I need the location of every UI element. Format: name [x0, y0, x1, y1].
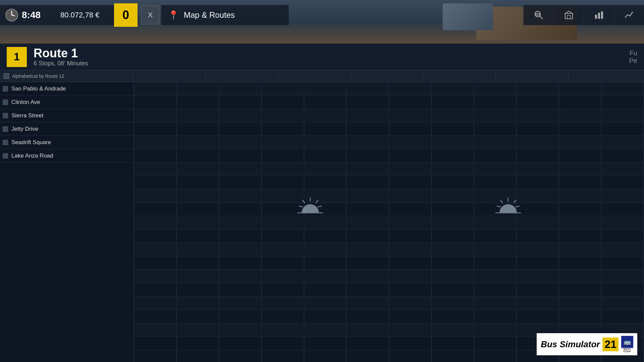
sort-col-1 [133, 70, 205, 82]
svg-line-16 [299, 206, 303, 207]
svg-line-14 [318, 206, 321, 207]
svg-line-22 [497, 206, 500, 207]
grid-row-stripe-10 [134, 216, 644, 230]
stop-name: San Pablo & Andrade [11, 85, 66, 92]
stop-name: Clinton Ave [11, 99, 40, 106]
stats-nav-button[interactable] [584, 5, 614, 25]
route-right-label: FuPe [629, 49, 637, 64]
route-header-right: FuPe [629, 49, 637, 65]
stop-name: Jetty Drive [11, 126, 38, 132]
svg-line-4 [540, 16, 542, 19]
stop-checkbox [3, 113, 8, 118]
sort-col-2 [205, 70, 278, 82]
stop-checkbox [3, 153, 8, 159]
brand-sub: 🚌 NEXT STOP [621, 336, 633, 353]
brand-next: NEXT [624, 348, 631, 350]
svg-rect-10 [598, 13, 600, 19]
brand-simulator: Simulator [559, 339, 600, 349]
stops-list: San Pablo & AndradeClinton AveSierra Str… [0, 82, 134, 362]
svg-rect-9 [595, 15, 597, 19]
chart-nav-icon [624, 10, 634, 20]
svg-rect-11 [601, 11, 603, 19]
stop-checkbox [3, 126, 8, 132]
stop-checkbox [3, 86, 8, 92]
sort-label: Alphabetical by Route 12 [12, 73, 133, 79]
nav-title-block: 📍 Map & Routes [161, 5, 289, 25]
brand-text-block: Bus Simulator [541, 340, 600, 349]
main-panel: 1 Route 1 6 Stops, 08' Minutes FuPe Alph… [0, 44, 644, 362]
brand-stop: STOP [624, 350, 631, 353]
schedule-grid [134, 82, 644, 362]
svg-rect-6 [535, 15, 541, 15]
route-title: Route 1 [34, 47, 88, 60]
stop-row[interactable]: Seadrift Square [0, 136, 134, 149]
grid-rows [134, 82, 644, 350]
grid-row-stripe-17 [134, 310, 644, 323]
svg-line-20 [516, 206, 519, 207]
sort-bar: Alphabetical by Route 12 [0, 70, 644, 82]
sort-col-5 [423, 70, 495, 82]
garage-nav-icon [564, 10, 574, 20]
score-display: 0 [114, 3, 138, 27]
grid-row-stripe-14 [134, 270, 644, 283]
grid-row-stripe-12 [134, 243, 644, 256]
grid-row-stripe-5 [134, 149, 644, 163]
svg-rect-8 [567, 15, 571, 19]
stops-container: San Pablo & AndradeClinton AveSierra Str… [0, 82, 644, 362]
sort-cols [133, 70, 641, 82]
grid-row-stripe-4 [134, 136, 644, 149]
sort-col-6 [495, 70, 568, 82]
grid-row-stripe-6 [134, 163, 644, 176]
money-display: 80.072,78 € [54, 5, 114, 25]
grid-row-stripe-3 [134, 122, 644, 136]
svg-line-19 [514, 200, 516, 203]
stop-name: Seadrift Square [11, 139, 51, 146]
branding: Bus Simulator 21 🚌 NEXT STOP [537, 333, 637, 355]
top-bar: 8:48 80.072,78 € 0 X 📍 Map & Routes [0, 0, 644, 30]
garage-nav-button[interactable] [553, 5, 584, 25]
route-info: Route 1 6 Stops, 08' Minutes [34, 47, 88, 67]
brand-bus-icon: 🚌 [621, 336, 633, 348]
svg-rect-5 [535, 13, 541, 14]
time-display: 8:48 [22, 10, 41, 20]
grid-row-stripe-8 [134, 189, 644, 203]
stop-row[interactable]: Clinton Ave [0, 96, 134, 109]
brand-bus: Bus [541, 339, 559, 349]
stats-nav-icon [594, 10, 604, 20]
sunrise-icon-2 [493, 196, 523, 220]
stop-row[interactable]: San Pablo & Andrade [0, 82, 134, 96]
clock-icon [5, 8, 18, 22]
grid-row-stripe-13 [134, 256, 644, 270]
stop-checkbox [3, 140, 8, 145]
time-block: 8:48 [0, 5, 54, 25]
sort-col-3 [278, 70, 351, 82]
stop-row[interactable]: Sierra Street [0, 109, 134, 122]
brand-box: Bus Simulator 21 🚌 NEXT STOP [537, 333, 637, 355]
grid-row-stripe-11 [134, 230, 644, 243]
route-number-badge: 1 [7, 47, 27, 67]
sort-col-7 [568, 70, 641, 82]
brand-number: 21 [602, 338, 619, 351]
search-nav-button[interactable] [523, 5, 553, 25]
grid-row-stripe-2 [134, 109, 644, 122]
map-routes-icon: 📍 [168, 10, 179, 20]
close-button[interactable]: X [141, 6, 160, 24]
grid-row-stripe-0 [134, 82, 644, 96]
svg-line-21 [500, 200, 502, 203]
sort-col-4 [351, 70, 423, 82]
grid-row-stripe-7 [134, 176, 644, 189]
stop-row[interactable]: Jetty Drive [0, 122, 134, 136]
svg-line-15 [303, 200, 305, 203]
chart-nav-button[interactable] [614, 5, 644, 25]
svg-line-13 [316, 200, 318, 203]
sort-checkbox[interactable] [3, 73, 9, 79]
sunrise-icon-1 [295, 196, 325, 220]
stop-checkbox [3, 100, 8, 105]
route-details: 6 Stops, 08' Minutes [34, 60, 88, 67]
route-header: 1 Route 1 6 Stops, 08' Minutes FuPe [0, 44, 644, 70]
grid-row-stripe-16 [134, 297, 644, 310]
svg-rect-7 [565, 13, 573, 19]
stop-name: Lake Anza Road [11, 153, 53, 159]
stop-row[interactable]: Lake Anza Road [0, 149, 134, 163]
stop-name: Sierra Street [11, 112, 43, 119]
